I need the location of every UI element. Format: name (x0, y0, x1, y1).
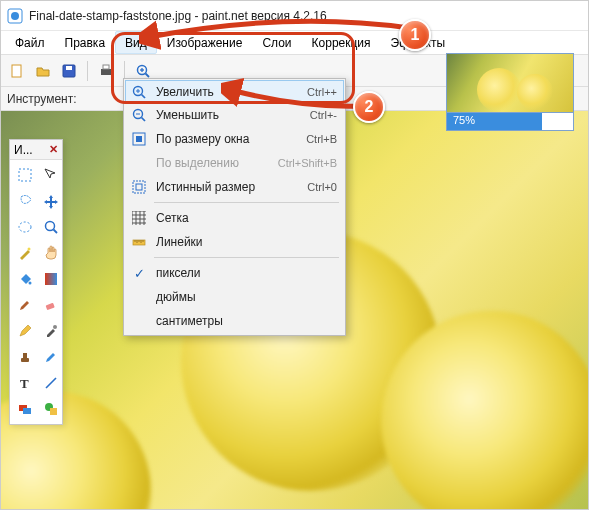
menu-file[interactable]: Файл (5, 31, 55, 54)
shapes-tool[interactable] (39, 397, 63, 421)
svg-rect-20 (21, 358, 29, 362)
svg-rect-25 (23, 408, 31, 414)
svg-point-19 (53, 325, 57, 329)
eraser-tool[interactable] (39, 293, 63, 317)
svg-rect-36 (136, 136, 142, 142)
svg-rect-37 (133, 181, 145, 193)
svg-rect-6 (103, 65, 109, 69)
menu-item-label: Истинный размер (156, 180, 299, 194)
menu-item-label: дюймы (156, 290, 337, 304)
menu-item-label: Сетка (156, 211, 337, 225)
close-icon[interactable]: ✕ (49, 144, 58, 155)
svg-rect-4 (66, 66, 72, 70)
zoom-out-icon (130, 106, 148, 124)
menu-zoom-out[interactable]: Уменьшить Ctrl+- (126, 103, 343, 127)
gradient-tool[interactable] (39, 267, 63, 291)
tools-panel[interactable]: И... ✕ T (9, 139, 63, 425)
zoom-percent: 75% (453, 114, 475, 126)
menu-item-shortcut: Ctrl+0 (307, 181, 337, 193)
svg-rect-5 (101, 69, 111, 75)
grid-icon (130, 209, 148, 227)
menu-zoom-in[interactable]: Увеличить Ctrl++ (125, 80, 344, 104)
tools-panel-title: И... (14, 143, 33, 157)
tools-grid: T (10, 160, 62, 424)
menu-item-shortcut: Ctrl+B (306, 133, 337, 145)
rect-select-tool[interactable] (13, 163, 37, 187)
menu-item-label: По размеру окна (156, 132, 298, 146)
svg-text:T: T (20, 376, 29, 391)
svg-line-33 (142, 118, 146, 122)
menu-image[interactable]: Изображение (157, 31, 253, 54)
zoom-tool[interactable] (39, 215, 63, 239)
blank-icon (130, 312, 148, 330)
svg-rect-11 (19, 169, 31, 181)
svg-point-15 (28, 248, 31, 251)
menu-separator (154, 202, 339, 203)
svg-rect-27 (50, 408, 57, 415)
zoom-in-icon (130, 83, 148, 101)
menu-pixels[interactable]: ✓ пиксели (126, 261, 343, 285)
menu-fit-window[interactable]: По размеру окна Ctrl+B (126, 127, 343, 151)
clone-tool[interactable] (13, 345, 37, 369)
open-button[interactable] (31, 59, 55, 83)
fit-window-icon (130, 130, 148, 148)
brush-tool[interactable] (13, 293, 37, 317)
lasso-tool[interactable] (13, 189, 37, 213)
view-menu-dropdown: Увеличить Ctrl++ Уменьшить Ctrl+- По раз… (123, 78, 346, 336)
pencil-tool[interactable] (13, 319, 37, 343)
svg-rect-17 (45, 273, 57, 285)
ellipse-select-tool[interactable] (13, 215, 37, 239)
print-button[interactable] (94, 59, 118, 83)
menu-layers[interactable]: Слои (252, 31, 301, 54)
save-button[interactable] (57, 59, 81, 83)
menu-item-label: По выделению (156, 156, 270, 170)
rect-shape-tool[interactable] (13, 397, 37, 421)
new-button[interactable] (5, 59, 29, 83)
blank-icon (130, 154, 148, 172)
menu-grid[interactable]: Сетка (126, 206, 343, 230)
color-picker-tool[interactable] (39, 319, 63, 343)
menu-view[interactable]: Вид (115, 31, 157, 54)
recolor-tool[interactable] (39, 345, 63, 369)
menu-adjustments[interactable]: Коррекция (302, 31, 381, 54)
menu-item-label: сантиметры (156, 314, 337, 328)
magic-wand-tool[interactable] (13, 241, 37, 265)
menu-item-shortcut: Ctrl+Shift+B (278, 157, 337, 169)
image-thumbnail-panel[interactable]: 75% (446, 53, 574, 131)
svg-line-29 (142, 95, 146, 99)
menu-fit-selection[interactable]: По выделению Ctrl+Shift+B (126, 151, 343, 175)
move-tool[interactable] (39, 163, 63, 187)
svg-line-14 (54, 230, 58, 234)
text-tool[interactable]: T (13, 371, 37, 395)
menu-item-shortcut: Ctrl+- (310, 109, 337, 121)
svg-line-23 (46, 378, 56, 388)
annotation-callout-2: 2 (353, 91, 385, 123)
image-thumbnail[interactable] (446, 53, 574, 113)
svg-rect-18 (46, 303, 55, 310)
svg-rect-38 (136, 184, 142, 190)
menu-centimeters[interactable]: сантиметры (126, 309, 343, 333)
menu-actual-size[interactable]: Истинный размер Ctrl+0 (126, 175, 343, 199)
annotation-callout-1: 1 (399, 19, 431, 51)
svg-rect-21 (23, 353, 27, 358)
window-title: Final-date-stamp-faststone.jpg - paint.n… (29, 9, 327, 23)
bucket-tool[interactable] (13, 267, 37, 291)
title-bar: Final-date-stamp-faststone.jpg - paint.n… (1, 1, 588, 31)
svg-point-1 (11, 12, 19, 20)
menu-inches[interactable]: дюймы (126, 285, 343, 309)
toolbar-separator (87, 61, 88, 81)
svg-point-16 (29, 282, 32, 285)
svg-line-8 (146, 73, 150, 77)
tools-panel-header[interactable]: И... ✕ (10, 140, 62, 160)
menu-item-label: Уменьшить (156, 108, 302, 122)
pan-tool[interactable] (39, 241, 63, 265)
menu-edit[interactable]: Правка (55, 31, 116, 54)
blank-icon (130, 288, 148, 306)
menu-separator (154, 257, 339, 258)
svg-point-12 (19, 222, 31, 232)
app-icon (7, 8, 23, 24)
svg-point-13 (46, 222, 55, 231)
menu-rulers[interactable]: Линейки (126, 230, 343, 254)
move-selection-tool[interactable] (39, 189, 63, 213)
line-tool[interactable] (39, 371, 63, 395)
